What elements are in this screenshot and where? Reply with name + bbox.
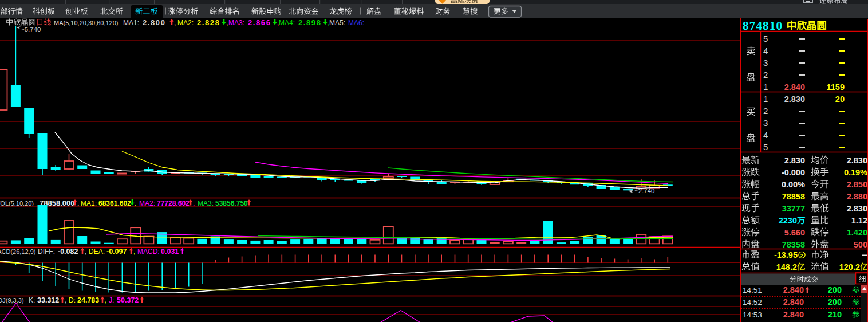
svg-text:500: 500 — [854, 240, 867, 249]
svg-text:D:: D: — [69, 296, 76, 304]
svg-text:53856.750: 53856.750 — [215, 199, 248, 207]
svg-text:3: 3 — [763, 118, 768, 128]
svg-text:2.800: 2.800 — [143, 18, 166, 27]
svg-text:,: , — [85, 248, 86, 256]
svg-text:1.420: 1.420 — [847, 228, 867, 237]
svg-text:MA2:: MA2: — [139, 199, 155, 207]
svg-text:,: , — [65, 296, 66, 304]
svg-text:-13.95: -13.95 — [774, 250, 798, 260]
svg-text:2: 2 — [763, 70, 768, 80]
svg-text:DEA:: DEA: — [89, 248, 105, 256]
svg-text:4: 4 — [763, 46, 768, 56]
svg-text:MACD(26,12,9): MACD(26,12,9) — [0, 248, 35, 255]
svg-text:MA5:: MA5: — [329, 19, 345, 27]
svg-text:2: 2 — [763, 106, 768, 116]
svg-text:MACD:: MACD: — [137, 248, 160, 256]
svg-text:2.830: 2.830 — [847, 204, 867, 213]
svg-text:-0.000: -0.000 — [782, 168, 805, 177]
svg-text:-0.082: -0.082 — [58, 248, 78, 256]
svg-text:MA1:: MA1: — [123, 19, 139, 27]
svg-text:2: 2 — [800, 252, 803, 258]
svg-text:,: , — [77, 199, 79, 207]
svg-text:DIFF:: DIFF: — [38, 248, 55, 256]
svg-text:2.830: 2.830 — [784, 95, 805, 104]
svg-text:0.19%: 0.19% — [844, 168, 867, 177]
svg-text:MA1:: MA1: — [81, 199, 97, 207]
svg-text:24.783: 24.783 — [77, 296, 99, 304]
svg-text:210: 210 — [828, 310, 842, 319]
svg-text:2.840: 2.840 — [783, 310, 804, 319]
svg-text:2.830: 2.830 — [847, 156, 867, 165]
svg-text:MA3:: MA3: — [198, 199, 214, 207]
svg-text:2.830: 2.830 — [784, 156, 805, 165]
svg-text:K:: K: — [29, 296, 35, 304]
svg-text:MA3:: MA3: — [228, 19, 244, 27]
svg-text:874810: 874810 — [743, 19, 783, 33]
svg-text:,: , — [193, 199, 195, 207]
svg-text:0.00%: 0.00% — [782, 180, 805, 189]
svg-text:~5.740: ~5.740 — [21, 26, 41, 33]
svg-text:33777: 33777 — [782, 204, 805, 213]
svg-text:1: 1 — [763, 82, 768, 92]
svg-text:0.031: 0.031 — [161, 248, 179, 256]
svg-text:14:53: 14:53 — [743, 311, 762, 319]
svg-text:3: 3 — [763, 58, 768, 68]
svg-text:1159: 1159 — [827, 83, 845, 92]
svg-text:2.840: 2.840 — [783, 297, 804, 307]
svg-text:33.312: 33.312 — [37, 296, 59, 304]
svg-text:200: 200 — [828, 285, 842, 294]
svg-text:1: 1 — [763, 94, 768, 104]
svg-text:VOL(5,10,20): VOL(5,10,20) — [0, 200, 34, 207]
svg-text:,: , — [226, 19, 228, 27]
svg-text:120.2: 120.2 — [839, 262, 860, 272]
svg-text:4: 4 — [763, 130, 768, 140]
svg-text:,: , — [174, 19, 176, 27]
svg-text:1.12: 1.12 — [851, 216, 867, 225]
svg-text:2.866: 2.866 — [248, 18, 271, 27]
svg-text:148.2: 148.2 — [776, 262, 797, 272]
svg-text:2230: 2230 — [779, 216, 797, 225]
svg-text:5: 5 — [763, 34, 768, 44]
svg-text:,: , — [135, 199, 136, 207]
svg-text:2.850: 2.850 — [847, 180, 867, 189]
svg-text:MA4:: MA4: — [279, 19, 295, 27]
svg-text:MA(5,10,20,30,60,120): MA(5,10,20,30,60,120) — [54, 19, 119, 26]
svg-text:78358: 78358 — [782, 240, 805, 249]
svg-text:78858: 78858 — [782, 192, 805, 201]
svg-text:20: 20 — [835, 95, 845, 104]
svg-text:2.840: 2.840 — [784, 83, 805, 92]
svg-text:KDJ(9,3,3): KDJ(9,3,3) — [0, 297, 24, 304]
svg-text:MA2:: MA2: — [177, 19, 194, 27]
svg-text:50.372: 50.372 — [117, 296, 139, 304]
svg-text:,: , — [133, 248, 135, 256]
svg-text:MA6:: MA6: — [348, 19, 364, 27]
svg-text:14:51: 14:51 — [743, 286, 762, 294]
svg-text:5: 5 — [763, 142, 768, 152]
svg-text:2.880: 2.880 — [847, 192, 867, 201]
svg-text:2.828: 2.828 — [197, 18, 220, 27]
svg-text:68361.602: 68361.602 — [98, 199, 131, 207]
svg-text:2.840: 2.840 — [783, 285, 804, 294]
svg-text:2.898: 2.898 — [298, 18, 322, 27]
svg-text:~2.740: ~2.740 — [634, 187, 655, 194]
svg-text:-0.097: -0.097 — [106, 248, 127, 256]
svg-text:J:: J: — [109, 296, 114, 304]
svg-text:200: 200 — [828, 297, 842, 307]
svg-text:77728.602: 77728.602 — [157, 199, 190, 207]
svg-text:14:52: 14:52 — [743, 298, 762, 307]
svg-text:,: , — [105, 296, 106, 304]
svg-text:5.660: 5.660 — [784, 228, 805, 237]
